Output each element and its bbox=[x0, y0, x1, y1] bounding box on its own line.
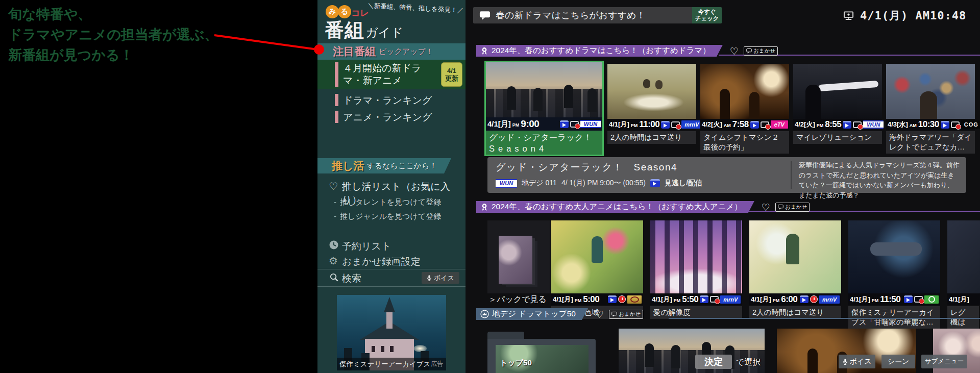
program-card-good-theater[interactable]: 4/1[月]PM9:00 WUN グッド・シアターラック！ Season4 bbox=[484, 61, 604, 156]
ad-caption: 傑作ミステリーアーカイブス「甘… 広告 bbox=[337, 358, 446, 370]
program-time-strip: 4/1[月]PM6:00 mrnV bbox=[749, 293, 841, 305]
oshikatsu-section-header: 推し活 するならここから！ bbox=[317, 158, 451, 173]
guide-title-main: 番組 bbox=[325, 17, 364, 43]
anime-card-partial[interactable]: 4/1[月] レグ 機は bbox=[947, 220, 980, 327]
row-drama-banner: 2024年、春のおすすめドラマはこちら！（おすすめドラマ） bbox=[476, 45, 723, 57]
sidebar-item-label: アニメ・ランキング bbox=[343, 111, 432, 124]
ribbon-icon bbox=[480, 203, 488, 211]
program-card[interactable]: 4/2[火]PM8:55 WUN マイレゾリューション bbox=[793, 64, 882, 155]
pickup-title: 注目番組 bbox=[333, 44, 376, 59]
notification-message: 春の新ドラマはこちらがおすすめ！ bbox=[496, 9, 645, 21]
oshikatsu-title: 推し活 bbox=[332, 159, 364, 173]
sidebar-item-label: ４月開始の新ドラマ・新アニメ bbox=[343, 62, 439, 87]
program-title: タイムシフトマシン２ 最後の予約」 bbox=[700, 131, 789, 154]
program-thumbnail bbox=[650, 220, 742, 293]
decide-key-hint: 決定 bbox=[695, 355, 732, 369]
submenu-button[interactable]: サブメニュー bbox=[921, 355, 967, 368]
logo-circle-ru: る bbox=[338, 5, 351, 18]
program-time-strip: 4/2[火]AM7:58 eTV bbox=[700, 119, 789, 130]
heart-icon[interactable]: ♡ bbox=[595, 309, 604, 320]
pack-view-label[interactable]: ＞パックで見る bbox=[488, 294, 547, 305]
check-now-button[interactable]: 今すぐ チェック bbox=[692, 7, 722, 23]
update-badge-date: 4/1 bbox=[447, 67, 456, 74]
omakase-label: おまかせ bbox=[753, 47, 775, 55]
sidebar-item-anime-ranking[interactable]: アニメ・ランキング bbox=[317, 110, 465, 124]
voice-search-button[interactable]: ボイス bbox=[422, 272, 459, 284]
program-card[interactable]: 4/2[火]AM7:58 eTV タイムシフトマシン２ 最後の予約」 bbox=[700, 64, 789, 155]
broadcaster-logo-gold bbox=[627, 295, 642, 304]
omakase-badge[interactable]: おまかせ bbox=[609, 310, 643, 319]
pack-thumbnail[interactable] bbox=[499, 236, 532, 284]
submenu-button-label: サブメニュー bbox=[925, 357, 964, 366]
program-title: 2人の時間はコマ送り bbox=[607, 131, 696, 144]
info-program-title: グッド・シアターラック！ Season4 bbox=[496, 161, 677, 174]
am-pm: AM bbox=[910, 123, 917, 128]
sidebar-item-fav-list[interactable]: ♡ 推し活リスト（お気に入り） bbox=[317, 179, 465, 192]
row-top50-title: 地デジ ドラマトップ50 bbox=[492, 309, 576, 319]
crown-icon bbox=[480, 310, 489, 318]
ribbon-icon bbox=[480, 46, 488, 55]
voice-button[interactable]: ボイス bbox=[839, 355, 875, 368]
info-divider bbox=[791, 161, 792, 189]
ad-banner[interactable]: 傑作ミステリーアーカイブス「甘… 広告 bbox=[337, 295, 446, 370]
top50-folder[interactable]: トップ50 bbox=[487, 339, 596, 373]
scene-button[interactable]: シーン bbox=[881, 355, 915, 368]
reminder-bubble-icon bbox=[570, 121, 579, 128]
program-time-strip: 4/2[火]PM8:55 WUN bbox=[793, 119, 882, 130]
catchup-play-icon bbox=[560, 120, 569, 128]
top50-label: トップ50 bbox=[500, 358, 532, 368]
air-time: 5:00 bbox=[583, 294, 599, 305]
air-date: 4/2[火] bbox=[702, 120, 722, 129]
catchup-play-icon bbox=[661, 121, 670, 129]
heart-icon: ♡ bbox=[329, 180, 338, 192]
am-pm: AM bbox=[724, 123, 731, 128]
sidebar-item-drama-ranking[interactable]: ドラマ・ランキング bbox=[317, 93, 465, 107]
check-now-line1: 今すぐ bbox=[698, 9, 716, 15]
heart-icon[interactable]: ♡ bbox=[762, 202, 770, 213]
update-badge-text: 更新 bbox=[445, 74, 458, 82]
catchup-play-icon bbox=[608, 295, 617, 303]
broadcaster-logo: eTV bbox=[771, 120, 788, 129]
sidebar-item-omakase-recording[interactable]: ⚙ おまかせ録画設定 bbox=[317, 254, 465, 267]
air-date: 4/1[月] bbox=[751, 295, 771, 304]
program-title: グッド・シアターラック！ Season4 bbox=[486, 131, 602, 155]
catchup-play-icon bbox=[750, 121, 759, 129]
sidebar-item-reserve-list[interactable]: 予約リスト bbox=[317, 239, 465, 252]
network-icon bbox=[843, 11, 854, 21]
air-time: 11:00 bbox=[639, 119, 659, 130]
program-title: 愛の解像度 bbox=[650, 306, 742, 319]
anime-card[interactable]: 4/1[月]PM5:50 mrnV 愛の解像度 bbox=[650, 220, 742, 327]
program-thumbnail bbox=[700, 64, 789, 119]
omakase-badge[interactable]: おまかせ bbox=[775, 203, 810, 212]
sidebar-item-search[interactable]: 検索 ボイス bbox=[317, 269, 465, 287]
sidebar-item-find-talent[interactable]: - 推しタレントを見つけて登録 bbox=[317, 197, 465, 208]
air-time: 6:00 bbox=[781, 294, 797, 305]
row-drama-title: 2024年、春のおすすめドラマはこちら！（おすすめドラマ） bbox=[492, 45, 710, 56]
gear-icon: ⚙ bbox=[329, 255, 338, 267]
air-date: 4/1[月] bbox=[652, 295, 672, 304]
mic-icon bbox=[427, 275, 432, 282]
sidebar-item-find-genre[interactable]: - 推しジャンルを見つけて登録 bbox=[317, 211, 465, 222]
heart-icon[interactable]: ♡ bbox=[730, 45, 739, 57]
sidebar-item-new-drama-anime[interactable]: ４月開始の新ドラマ・新アニメ 4/1 更新 bbox=[317, 60, 465, 89]
logo-circle-mi: み bbox=[326, 5, 339, 18]
program-title: 2人の時間はコマ送り bbox=[749, 306, 841, 319]
broadcaster-logo: WUN bbox=[496, 179, 517, 188]
omakase-badge[interactable]: おまかせ bbox=[744, 46, 778, 56]
omakase-bubble-icon bbox=[746, 48, 752, 54]
anime-card[interactable]: 4/1[月]PM11:50 傑作ミステリーアーカイブス「甘噛家の華麗なる一… bbox=[848, 220, 940, 327]
program-card[interactable]: 4/3[水]AM10:30 COG 海外ドラマアワー「ダイレクトでピュアなカラー… bbox=[886, 64, 975, 155]
clock-area: 4/1(月) AM10:48 bbox=[843, 8, 966, 23]
reminder-bubble-icon bbox=[671, 121, 680, 128]
am-pm: PM bbox=[631, 123, 638, 128]
notification-bar[interactable]: 春の新ドラマはこちらがおすすめ！ 今すぐ チェック bbox=[473, 7, 722, 23]
catchup-label: 見逃し/配信 bbox=[665, 179, 702, 188]
reminder-bubble-icon bbox=[710, 296, 719, 303]
program-thumbnail bbox=[486, 62, 602, 117]
program-time-strip: 4/1[月]PM5:50 mrnV bbox=[650, 293, 742, 305]
sidebar-item-label: ドラマ・ランキング bbox=[343, 94, 432, 107]
row-anime-header: 2024年、春のおすすめ大人アニメはこちら！（おすすめ大人アニメ） ♡ おまかせ bbox=[476, 201, 810, 213]
program-card[interactable]: 4/1[月]PM11:00 mrnV 2人の時間はコマ送り bbox=[607, 64, 696, 155]
broadcaster-logo: mrnV bbox=[819, 295, 840, 304]
anime-card[interactable]: 4/1[月]PM6:00 mrnV 2人の時間はコマ送り bbox=[749, 220, 841, 327]
